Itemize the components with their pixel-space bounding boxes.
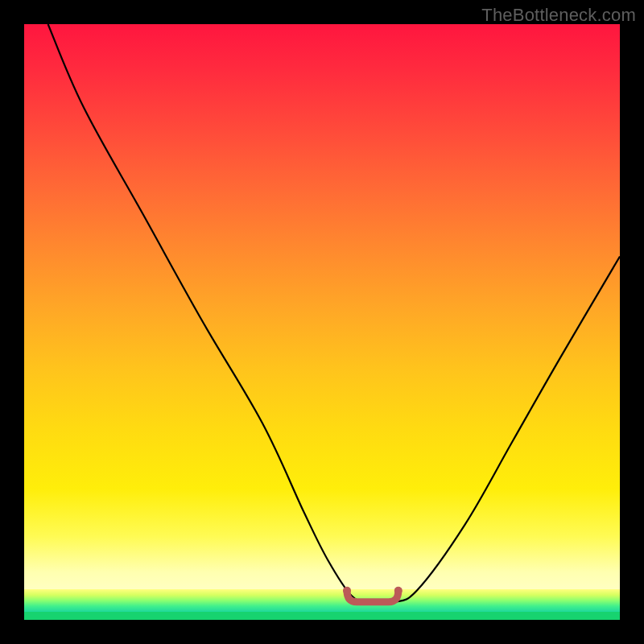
- trough-marker-dot: [343, 587, 351, 595]
- trough-marker-dot: [394, 587, 402, 595]
- curve-layer: [24, 24, 620, 620]
- trough-marker: [347, 591, 398, 602]
- watermark-text: TheBottleneck.com: [481, 5, 636, 26]
- plot-area: [24, 24, 620, 620]
- chart-frame: TheBottleneck.com: [0, 0, 644, 644]
- bottleneck-curve: [48, 24, 620, 603]
